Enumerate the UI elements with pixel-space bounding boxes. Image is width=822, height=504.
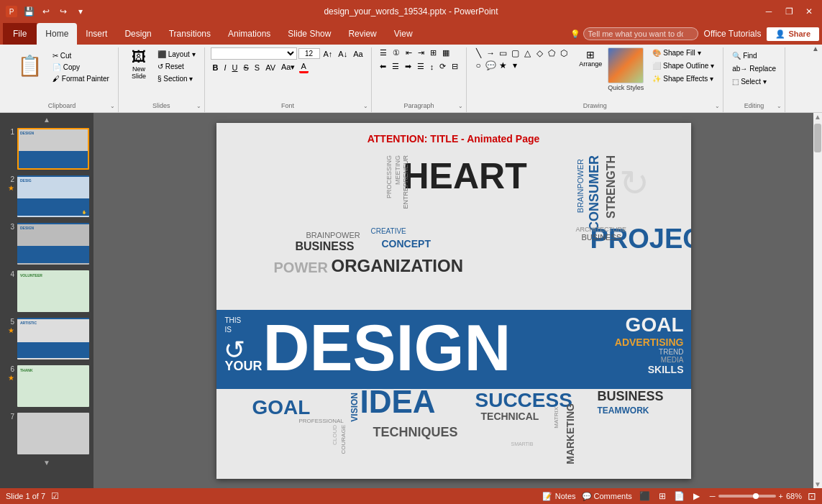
shadow-button[interactable]: S: [252, 63, 262, 73]
notes-button[interactable]: 📝 Notes: [542, 492, 576, 501]
align-right[interactable]: ➡: [403, 61, 414, 72]
cut-button[interactable]: ✂ Cut: [50, 50, 112, 61]
smart-art[interactable]: ⊞: [428, 47, 439, 58]
shape-arrow[interactable]: →: [485, 47, 496, 59]
save-icon[interactable]: 💾: [22, 4, 36, 19]
layout-button[interactable]: ⬛ Layout ▾: [155, 49, 198, 60]
numbering-button[interactable]: ①: [391, 47, 402, 58]
zoom-in-btn[interactable]: +: [779, 492, 783, 500]
change-case-button[interactable]: Aa▾: [279, 62, 297, 73]
comments-button[interactable]: 💬 Comments: [582, 492, 632, 501]
undo-icon[interactable]: ↩: [39, 4, 53, 19]
slide-thumb-2[interactable]: 2★ DESIG ✋: [3, 174, 91, 219]
fit-slide-btn[interactable]: ⊡: [808, 490, 816, 502]
quick-styles-preview[interactable]: [608, 47, 644, 83]
slide-thumb-5[interactable]: 5★ ARTISTIC: [3, 316, 91, 361]
new-slide-button[interactable]: 🖼NewSlide: [124, 47, 153, 81]
shape-rounded-rect[interactable]: ▢: [509, 47, 521, 59]
section-button[interactable]: § Section ▾: [155, 73, 198, 84]
panel-scroll-up[interactable]: ▲: [3, 116, 91, 124]
increase-indent[interactable]: ⇥: [416, 47, 426, 58]
slide-thumb-img-4[interactable]: VOLUNTEER: [17, 270, 89, 312]
font-size-input[interactable]: [298, 48, 320, 59]
shape-hexagon[interactable]: ⬡: [558, 47, 570, 59]
scroll-up-btn[interactable]: ▲: [814, 113, 821, 121]
restore-button[interactable]: ❐: [782, 4, 796, 19]
tab-insert[interactable]: Insert: [77, 23, 116, 45]
scroll-down-btn[interactable]: ▼: [814, 480, 821, 488]
font-expand[interactable]: ⌄: [363, 103, 368, 109]
customize-icon[interactable]: ▾: [73, 4, 88, 19]
tab-slideshow[interactable]: Slide Show: [279, 23, 339, 45]
tab-design[interactable]: Design: [116, 23, 160, 45]
font-name-select[interactable]: [211, 47, 297, 60]
redo-icon[interactable]: ↪: [56, 4, 70, 19]
shape-triangle[interactable]: △: [521, 47, 533, 59]
shape-star[interactable]: ★: [497, 60, 508, 71]
tell-me-input[interactable]: [583, 27, 698, 40]
normal-view-btn[interactable]: ⬛: [638, 490, 652, 502]
slide-thumb-6[interactable]: 6★ THANK: [3, 364, 91, 408]
bold-button[interactable]: B: [211, 63, 221, 73]
char-spacing-button[interactable]: AV: [263, 63, 278, 73]
align-text[interactable]: ⊟: [449, 61, 460, 72]
right-scrollbar[interactable]: ▲ ▼: [813, 113, 822, 488]
italic-button[interactable]: I: [222, 63, 228, 73]
panel-scroll-down[interactable]: ▼: [3, 459, 91, 467]
select-button[interactable]: ⬚ Select ▾: [729, 76, 779, 87]
slide-thumb-img-5[interactable]: ARTISTIC: [17, 318, 89, 359]
clipboard-expand[interactable]: ⌄: [110, 103, 115, 109]
font-size-increase[interactable]: A↑: [321, 49, 335, 59]
editing-expand[interactable]: ⌄: [777, 103, 782, 109]
slide-thumb-img-6[interactable]: THANK: [17, 365, 89, 407]
shape-diamond[interactable]: ◇: [534, 47, 545, 59]
tab-home[interactable]: Home: [37, 23, 77, 45]
justify[interactable]: ☰: [415, 61, 426, 72]
paste-button[interactable]: 📋: [12, 47, 48, 84]
close-button[interactable]: ✕: [802, 4, 816, 19]
zoom-out-btn[interactable]: ─: [710, 492, 716, 500]
slides-expand[interactable]: ⌄: [196, 103, 201, 109]
tab-view[interactable]: View: [385, 23, 421, 45]
slideshow-view-btn[interactable]: ▶: [690, 490, 704, 502]
shape-line[interactable]: ╲: [472, 47, 484, 59]
office-tutorials-link[interactable]: Office Tutorials: [704, 29, 762, 39]
replace-button[interactable]: ab→ Replace: [729, 63, 779, 74]
slide-thumb-img-3[interactable]: DESIGN: [17, 223, 89, 265]
tab-animations[interactable]: Animations: [219, 23, 279, 45]
slidesorter-view-btn[interactable]: ⊞: [655, 490, 670, 502]
align-left[interactable]: ⬅: [378, 61, 388, 72]
shape-more[interactable]: ▾: [509, 60, 521, 71]
minimize-button[interactable]: ─: [762, 4, 776, 19]
align-center[interactable]: ☰: [390, 61, 401, 72]
slide-thumb-img-7[interactable]: [17, 413, 89, 454]
underline-button[interactable]: U: [230, 63, 240, 73]
font-size-decrease[interactable]: A↓: [336, 49, 350, 59]
decrease-indent[interactable]: ⇤: [403, 47, 414, 58]
columns-button[interactable]: ▦: [440, 47, 452, 58]
slide-thumb-3[interactable]: 3 DESIGN: [3, 221, 91, 266]
copy-button[interactable]: 📄 Copy: [50, 62, 112, 73]
reading-view-btn[interactable]: 📄: [672, 490, 687, 502]
slide-thumb-1[interactable]: 1 DESIGN: [3, 127, 91, 171]
line-spacing[interactable]: ↕: [428, 62, 437, 72]
drawing-expand[interactable]: ⌄: [715, 103, 720, 109]
find-button[interactable]: 🔍 Find: [729, 50, 779, 61]
shape-fill-button[interactable]: 🎨 Shape Fill ▾: [649, 47, 717, 58]
tab-review[interactable]: Review: [339, 23, 385, 45]
clear-formatting[interactable]: Aa: [351, 49, 365, 59]
file-menu[interactable]: File: [3, 23, 37, 45]
slide-thumb-7[interactable]: 7: [3, 411, 91, 456]
tab-transitions[interactable]: Transitions: [160, 23, 219, 45]
shape-outline-button[interactable]: ⬜ Shape Outline ▾: [649, 60, 717, 71]
accessibility-icon[interactable]: ☑: [51, 491, 59, 501]
format-painter-button[interactable]: 🖌 Format Painter: [50, 73, 112, 84]
bullets-button[interactable]: ☰: [378, 47, 389, 58]
zoom-slider[interactable]: [718, 495, 776, 498]
shape-oval[interactable]: ○: [472, 60, 484, 71]
scrollbar-thumb[interactable]: [814, 124, 821, 152]
slide-thumb-img-1[interactable]: DESIGN: [17, 128, 89, 170]
paragraph-expand[interactable]: ⌄: [458, 103, 463, 109]
shape-callout[interactable]: 💬: [485, 60, 496, 71]
reset-button[interactable]: ↺ Reset: [155, 61, 198, 72]
